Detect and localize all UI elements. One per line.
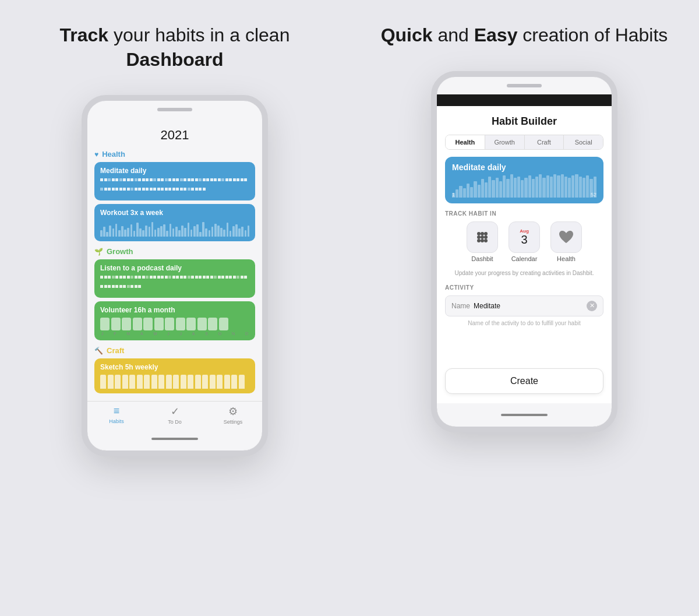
dot xyxy=(146,276,149,279)
title-creation: creation of Habits xyxy=(517,24,668,45)
month-o: O xyxy=(218,332,221,336)
meditate-title: Meditate daily xyxy=(100,167,249,175)
dot xyxy=(183,276,186,279)
dot xyxy=(119,285,122,288)
dot xyxy=(176,188,179,191)
tab-todo[interactable]: ✓ To Do xyxy=(146,405,204,425)
dot xyxy=(214,178,217,181)
dot xyxy=(244,276,247,279)
right-phone-mockup: Habit Builder Health Growth Craft Social… xyxy=(431,71,617,432)
dot xyxy=(214,276,217,279)
month-d: D xyxy=(245,332,248,336)
health-label-text: Health xyxy=(557,255,576,262)
left-panel-title: Track your habits in a clean Dashboard xyxy=(12,23,338,72)
dot xyxy=(135,178,137,181)
dot xyxy=(236,276,239,279)
create-button-wrap: Create xyxy=(445,364,603,394)
title-bold-quick: Quick xyxy=(381,24,433,45)
dot xyxy=(142,178,145,181)
dot xyxy=(168,276,171,279)
dot xyxy=(150,188,153,191)
heart-icon: ♥ xyxy=(94,150,98,159)
dot xyxy=(221,276,224,279)
tab-habits[interactable]: ≡ Habits xyxy=(87,405,146,425)
builder-content: Habit Builder Health Growth Craft Social… xyxy=(437,106,612,403)
dot xyxy=(142,276,145,279)
title-bold-track: Track xyxy=(60,24,109,45)
activity-section: ACTIVITY Name Meditate ✕ Name of the act… xyxy=(445,284,603,326)
dot xyxy=(123,276,126,279)
dot xyxy=(130,276,133,279)
preview-habit-title: Meditate daily xyxy=(452,163,596,172)
dot xyxy=(225,276,228,279)
tab-bar: ≡ Habits ✓ To Do ⚙ Settings xyxy=(87,401,262,427)
dot xyxy=(176,178,179,181)
svg-point-0 xyxy=(477,232,481,235)
growth-icon: 🌱 xyxy=(94,248,103,256)
tab-growth[interactable]: Growth xyxy=(485,135,525,149)
dot xyxy=(119,276,122,279)
volunteer-title: Volunteer 16h a month xyxy=(100,306,249,314)
dot xyxy=(100,285,103,288)
create-button[interactable]: Create xyxy=(445,368,603,394)
dot xyxy=(180,188,183,191)
dot xyxy=(172,188,175,191)
dot xyxy=(225,178,228,181)
track-dashbit[interactable]: Dashbit xyxy=(465,221,500,262)
dot xyxy=(244,178,247,181)
dot xyxy=(130,188,133,191)
dot xyxy=(138,285,141,288)
tab-social[interactable]: Social xyxy=(564,135,603,149)
health-heart-icon xyxy=(558,230,574,245)
dot xyxy=(176,276,179,279)
dot xyxy=(199,188,202,191)
dot xyxy=(135,276,137,279)
tab-health[interactable]: Health xyxy=(446,135,485,149)
dot xyxy=(115,188,118,191)
dot xyxy=(127,188,130,191)
dot xyxy=(165,178,168,181)
track-health[interactable]: Health xyxy=(549,221,584,262)
workout-chart xyxy=(100,220,249,237)
tab-craft[interactable]: Craft xyxy=(525,135,564,149)
growth-text: Growth xyxy=(107,247,133,256)
dot xyxy=(157,276,160,279)
preview-bar-section: 1 xyxy=(452,174,596,198)
clear-button[interactable]: ✕ xyxy=(587,301,597,311)
dot xyxy=(165,188,168,191)
dot xyxy=(203,276,206,279)
dot xyxy=(195,178,198,181)
settings-icon: ⚙ xyxy=(228,405,238,418)
dot xyxy=(191,276,194,279)
tab-settings[interactable]: ⚙ Settings xyxy=(204,405,262,425)
right-panel-title: Quick and Easy creation of Habits xyxy=(381,23,668,48)
activity-input-label: Name xyxy=(451,302,470,310)
cal-day: 3 xyxy=(521,234,527,245)
track-habit-section: TRACK HABIT IN xyxy=(445,210,603,262)
right-phone-bottom xyxy=(437,403,612,427)
meditate-card: Meditate daily xyxy=(94,162,255,200)
activity-input-row: Name Meditate ✕ xyxy=(445,295,603,316)
dot xyxy=(221,178,224,181)
svg-point-6 xyxy=(477,239,481,242)
track-section-label: TRACK HABIT IN xyxy=(445,210,603,217)
growth-category: 🌱 Growth Listen to a podcast daily Volun… xyxy=(94,247,255,340)
dot xyxy=(123,178,126,181)
dashboard-screen: 2021 ♥ Health Meditate daily xyxy=(87,118,262,401)
dot xyxy=(150,178,153,181)
dot xyxy=(241,178,243,181)
track-calendar[interactable]: Aug 3 Calendar xyxy=(507,221,542,262)
dot xyxy=(115,276,118,279)
month-j: J xyxy=(101,332,104,336)
svg-point-8 xyxy=(484,239,488,242)
builder-top-bar xyxy=(437,94,612,106)
dot xyxy=(157,178,160,181)
dot xyxy=(138,276,141,279)
month-f: F xyxy=(114,332,116,336)
phone-speaker xyxy=(157,108,192,111)
right-panel: Quick and Easy creation of Habits Habit … xyxy=(350,0,699,616)
right-phone-speaker xyxy=(507,84,542,87)
todo-icon: ✓ xyxy=(171,405,179,418)
dot xyxy=(108,285,111,288)
dot xyxy=(115,178,118,181)
